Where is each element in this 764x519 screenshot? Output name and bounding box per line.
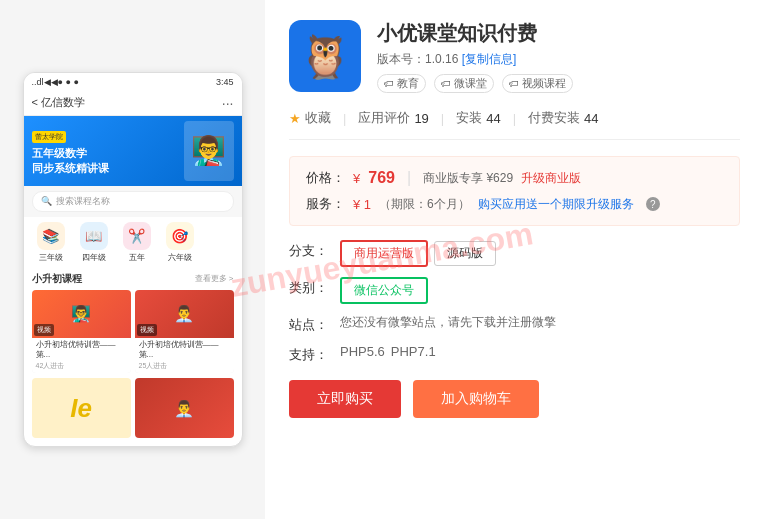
left-panel: ..dl◀◀● ● ● 3:45 < 亿信数学 ··· 蕾太学院 五年级数学 同…	[0, 0, 265, 519]
phone-bottom-row: Ie 👨‍💼	[24, 378, 242, 446]
service-label: 服务：	[306, 195, 345, 213]
course-info-2: 小升初培优特训营——第... 25人进击	[135, 338, 234, 374]
search-placeholder: 搜索课程名称	[56, 195, 110, 208]
service-promo: 购买应用送一个期限升级服务	[478, 196, 634, 213]
section-more-link[interactable]: 查看更多 >	[195, 273, 234, 284]
buy-button[interactable]: 立即购买	[289, 380, 401, 418]
grade6-icon: 🎯	[171, 228, 188, 244]
price-main-value: 769	[368, 169, 395, 187]
nav-label-grade4: 四年级	[82, 252, 106, 263]
tag-micro-icon: 🏷	[441, 78, 451, 89]
video-badge-1: 视频	[34, 324, 54, 336]
nav-item-grade5[interactable]: ✂️ 五年	[118, 222, 156, 263]
support-label: 支持：	[289, 344, 328, 364]
phone-search-bar[interactable]: 🔍 搜索课程名称	[32, 191, 234, 212]
nav-item-grade3[interactable]: 📚 三年级	[32, 222, 70, 263]
banner-badge: 蕾太学院	[32, 131, 66, 143]
collect-label[interactable]: 收藏	[305, 109, 331, 127]
course-thumb-1: 👨‍🏫 视频	[32, 290, 131, 338]
status-right: 3:45	[216, 77, 234, 87]
help-icon[interactable]: ?	[646, 197, 660, 211]
php71-text: PHP7.1	[391, 344, 436, 359]
logo-text: Ie	[70, 393, 92, 424]
support-content: PHP5.6 PHP7.1	[340, 344, 740, 359]
tag-label-video: 视频课程	[522, 76, 566, 91]
app-title: 小优课堂知识付费	[377, 20, 740, 47]
course-item-2[interactable]: 👨‍💼 视频 小升初培优特训营——第... 25人进击	[135, 290, 234, 374]
star-icon: ★	[289, 111, 301, 126]
banner-line2: 同步系统精讲课	[32, 161, 109, 176]
branch-btn-commercial[interactable]: 商用运营版	[340, 240, 428, 267]
banner-text-area: 蕾太学院 五年级数学 同步系统精讲课	[32, 125, 109, 177]
nav-label-grade6: 六年级	[168, 252, 192, 263]
install-label: 安装	[456, 109, 482, 127]
phone-mockup: ..dl◀◀● ● ● 3:45 < 亿信数学 ··· 蕾太学院 五年级数学 同…	[23, 72, 243, 448]
grade5-icon: ✂️	[128, 228, 145, 244]
price-label: 价格：	[306, 169, 345, 187]
course-thumb-2: 👨‍💼 视频	[135, 290, 234, 338]
nav-item-grade4[interactable]: 📖 四年级	[75, 222, 113, 263]
app-icon: 🦉	[289, 20, 361, 92]
biz-price-text: 商业版专享 ¥629	[423, 170, 513, 187]
phone-nav-tabs: 📚 三年级 📖 四年级 ✂️ 五年	[24, 217, 242, 268]
banner-person: 👨‍🏫	[184, 121, 234, 181]
course-item-1[interactable]: 👨‍🏫 视频 小升初培优特训营——第... 42人进击	[32, 290, 131, 374]
tag-micro-class: 🏷 微课堂	[434, 74, 494, 93]
section-title: 小升初课程	[32, 272, 82, 286]
phone-header: < 亿信数学 ···	[24, 91, 242, 116]
phone-banner: 蕾太学院 五年级数学 同步系统精讲课 👨‍🏫	[24, 116, 242, 186]
price-section: 价格： ¥ 769 | 商业版专享 ¥629 升级商业版 服务： ¥ 1 （期限…	[289, 156, 740, 226]
phone-course-grid: 👨‍🏫 视频 小升初培优特训营——第... 42人进击 👨‍💼 视频 小升初培优	[24, 290, 242, 379]
price-yuan: ¥	[353, 171, 360, 186]
info-section: 分支： 商用运营版 源码版 类别： 微信公众号 站点： 您还没有微擎站点，请先下…	[289, 240, 740, 364]
owl-icon: 🦉	[299, 32, 351, 81]
bottom-logo-item[interactable]: Ie	[32, 378, 131, 438]
paid-install-label: 付费安装	[528, 109, 580, 127]
course-title-1: 小升初培优特训营——第...	[36, 340, 127, 361]
nav-label-grade3: 三年级	[39, 252, 63, 263]
site-label: 站点：	[289, 314, 328, 334]
review-count: 19	[414, 111, 428, 126]
paid-install-count: 44	[584, 111, 598, 126]
php56-text: PHP5.6	[340, 344, 385, 359]
app-stats: ★ 收藏 | 应用评价 19 | 安装 44 | 付费安装 44	[289, 109, 740, 140]
grade4-icon: 📖	[85, 228, 102, 244]
tag-video-course: 🏷 视频课程	[502, 74, 573, 93]
review-label: 应用评价	[358, 109, 410, 127]
phone-back-button[interactable]: < 亿信数学	[32, 95, 85, 110]
site-content: 您还没有微擎站点，请先下载并注册微擎	[340, 314, 740, 331]
site-row: 站点： 您还没有微擎站点，请先下载并注册微擎	[289, 314, 740, 334]
tag-education: 🏷 教育	[377, 74, 426, 93]
nav-label-grade5: 五年	[129, 252, 145, 263]
category-content: 微信公众号	[340, 277, 740, 304]
install-count: 44	[486, 111, 500, 126]
branch-btn-source[interactable]: 源码版	[434, 241, 496, 266]
app-info: 小优课堂知识付费 版本号：1.0.16 [复制信息] 🏷 教育 🏷 微课堂	[377, 20, 740, 93]
branch-label: 分支：	[289, 240, 328, 260]
app-version: 版本号：1.0.16 [复制信息]	[377, 51, 740, 68]
service-period: （期限：6个月）	[379, 196, 470, 213]
app-tags: 🏷 教育 🏷 微课堂 🏷 视频课程	[377, 74, 740, 93]
tag-label-micro: 微课堂	[454, 76, 487, 91]
category-btn-wechat[interactable]: 微信公众号	[340, 277, 428, 304]
upgrade-link[interactable]: 升级商业版	[521, 170, 581, 187]
grade3-icon: 📚	[42, 228, 59, 244]
site-text: 您还没有微擎站点，请先下载并注册微擎	[340, 314, 556, 331]
copy-info-link[interactable]: [复制信息]	[462, 52, 517, 66]
phone-menu-dots[interactable]: ···	[222, 95, 234, 111]
branch-row: 分支： 商用运营版 源码版	[289, 240, 740, 267]
nav-item-grade6[interactable]: 🎯 六年级	[161, 222, 199, 263]
tag-label-education: 教育	[397, 76, 419, 91]
cart-button[interactable]: 加入购物车	[413, 380, 539, 418]
price-row: 价格： ¥ 769 | 商业版专享 ¥629 升级商业版	[306, 169, 723, 187]
banner-line1: 五年级数学	[32, 146, 109, 161]
tag-education-icon: 🏷	[384, 78, 394, 89]
service-promo-link[interactable]: 购买应用送一个期限升级服务	[478, 197, 634, 211]
phone-search-area: 🔍 搜索课程名称	[24, 186, 242, 217]
search-icon: 🔍	[41, 196, 52, 206]
course-meta-2: 25人进击	[139, 361, 230, 371]
status-left: ..dl◀◀● ● ●	[32, 77, 79, 87]
action-section: 立即购买 加入购物车	[289, 380, 740, 418]
bottom-video-item[interactable]: 👨‍💼	[135, 378, 234, 438]
course-title-2: 小升初培优特训营——第...	[139, 340, 230, 361]
